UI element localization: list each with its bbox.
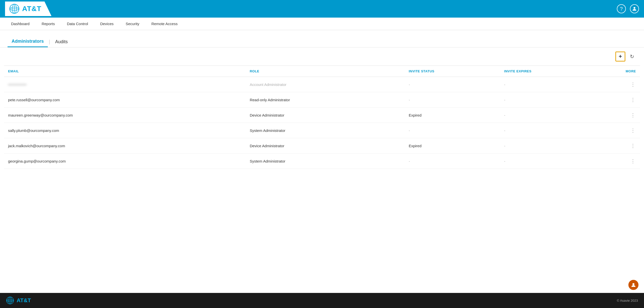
footer-brand: AT&T — [17, 297, 31, 304]
cell-more-actions[interactable]: ⋮ — [595, 108, 640, 123]
col-header-email: EMAIL — [4, 66, 246, 77]
chat-button[interactable] — [628, 279, 639, 290]
footer-globe-icon — [6, 296, 14, 304]
tab-administrators[interactable]: Administrators — [8, 36, 48, 47]
profile-icon[interactable] — [630, 4, 639, 13]
cell-role: System Administrator — [246, 153, 405, 169]
cell-email: jack.malkovich@ourcompany.com — [4, 138, 246, 153]
cell-role: Device Administrator — [246, 108, 405, 123]
table-row: jack.malkovich@ourcompany.comDevice Admi… — [4, 138, 640, 153]
main-content: Administrators | Audits + ↻ EMAIL ROLE I… — [0, 30, 644, 293]
cell-role: System Administrator — [246, 123, 405, 138]
cell-invite-status: Expired — [405, 138, 500, 153]
cell-invite-expires: - — [500, 123, 595, 138]
cell-email: •••••••••••••• — [4, 77, 246, 92]
col-header-more: MORE — [595, 66, 640, 77]
cell-invite-status: - — [405, 153, 500, 169]
table-row: georgina.gump@ourcompany.comSystem Admin… — [4, 153, 640, 169]
cell-more-actions[interactable]: ⋮ — [595, 153, 640, 169]
cell-invite-expires: - — [500, 153, 595, 169]
cell-role: Read-only Administrator — [246, 92, 405, 108]
nav-item-remote-access[interactable]: Remote Access — [145, 18, 184, 30]
col-header-invite-expires: INVITE EXPIRES — [500, 66, 595, 77]
cell-email: pete.russell@ourcompany.com — [4, 92, 246, 108]
refresh-button[interactable]: ↻ — [627, 52, 636, 61]
footer-copyright: © Asavie 2023 — [617, 299, 638, 302]
att-globe-icon — [9, 4, 20, 14]
cell-email: georgina.gump@ourcompany.com — [4, 153, 246, 169]
tab-divider: | — [49, 39, 50, 45]
cell-more-actions[interactable]: ⋮ — [595, 138, 640, 153]
cell-email: maureen.greenway@ourcompany.com — [4, 108, 246, 123]
header: AT&T ? — [0, 0, 644, 18]
nav-item-data-control[interactable]: Data Control — [61, 18, 94, 30]
plus-icon: + — [619, 53, 622, 60]
footer: AT&T © Asavie 2023 — [0, 293, 644, 308]
more-dots-icon[interactable]: ⋮ — [630, 128, 636, 133]
administrators-table: EMAIL ROLE INVITE STATUS INVITE EXPIRES … — [0, 66, 644, 169]
blurred-email: •••••••••••••• — [8, 82, 27, 87]
table-row: sally.plumb@ourcompany.comSystem Adminis… — [4, 123, 640, 138]
cell-invite-status: - — [405, 77, 500, 92]
more-dots-icon[interactable]: ⋮ — [630, 97, 636, 102]
cell-invite-expires: - — [500, 92, 595, 108]
nav-item-reports[interactable]: Reports — [35, 18, 61, 30]
cell-invite-expires: - — [500, 108, 595, 123]
cell-role: Account Administrator — [246, 77, 405, 92]
toolbar: + ↻ — [0, 47, 644, 66]
cell-more-actions[interactable]: ⋮ — [595, 92, 640, 108]
logo-container: AT&T — [5, 2, 52, 16]
table-row: maureen.greenway@ourcompany.comDevice Ad… — [4, 108, 640, 123]
cell-email: sally.plumb@ourcompany.com — [4, 123, 246, 138]
cell-invite-status: - — [405, 92, 500, 108]
more-dots-icon[interactable]: ⋮ — [630, 158, 636, 164]
cell-invite-status: Expired — [405, 108, 500, 123]
navigation: Dashboard Reports Data Control Devices S… — [0, 18, 644, 30]
more-dots-icon[interactable]: ⋮ — [630, 82, 636, 87]
cell-invite-status: - — [405, 123, 500, 138]
svg-point-5 — [633, 7, 635, 9]
cell-invite-expires: - — [500, 77, 595, 92]
svg-point-11 — [632, 283, 634, 285]
help-icon[interactable]: ? — [617, 4, 626, 13]
tab-audits[interactable]: Audits — [51, 37, 72, 47]
nav-item-security[interactable]: Security — [120, 18, 145, 30]
nav-item-dashboard[interactable]: Dashboard — [5, 18, 35, 30]
header-icons: ? — [617, 4, 639, 13]
table-row: ••••••••••••••Account Administrator--⋮ — [4, 77, 640, 92]
col-header-role: ROLE — [246, 66, 405, 77]
brand-name: AT&T — [22, 5, 42, 13]
cell-role: Device Administrator — [246, 138, 405, 153]
more-dots-icon[interactable]: ⋮ — [630, 143, 636, 148]
refresh-icon: ↻ — [630, 54, 634, 60]
nav-item-devices[interactable]: Devices — [94, 18, 119, 30]
more-dots-icon[interactable]: ⋮ — [630, 112, 636, 118]
table-row: pete.russell@ourcompany.comRead-only Adm… — [4, 92, 640, 108]
col-header-invite-status: INVITE STATUS — [405, 66, 500, 77]
cell-more-actions[interactable]: ⋮ — [595, 77, 640, 92]
tab-bar: Administrators | Audits — [0, 30, 644, 47]
cell-more-actions[interactable]: ⋮ — [595, 123, 640, 138]
cell-invite-expires: - — [500, 138, 595, 153]
footer-logo: AT&T — [6, 296, 31, 304]
add-administrator-button[interactable]: + — [615, 52, 625, 62]
